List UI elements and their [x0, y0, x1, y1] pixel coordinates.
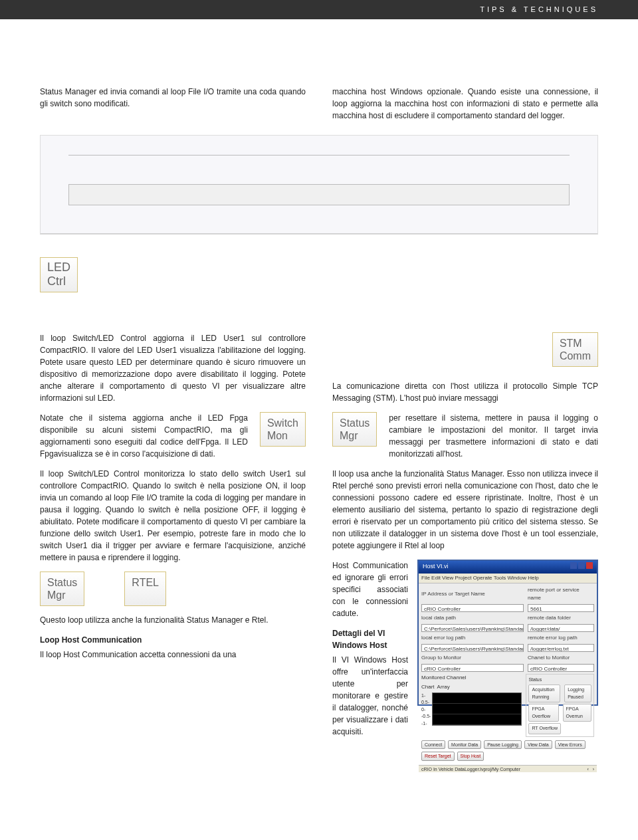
reset-target-button[interactable]: Reset Target — [421, 752, 455, 761]
paragraph-host-comm-errors: Host Communication ed ignorare gli error… — [332, 560, 408, 619]
ip-label: IP Address or Target Name — [421, 590, 524, 598]
stop-host-button[interactable]: Stop Host — [457, 752, 484, 761]
status-acq: Acquisition Running — [528, 684, 560, 702]
group-field[interactable]: cRIO Controller — [421, 664, 524, 672]
window-titlebar: Host VI.vi — [419, 561, 597, 574]
window-menubar[interactable]: File Edit View Project Operate Tools Win… — [419, 574, 597, 583]
led-ctrl-tag: LED Ctrl — [40, 257, 78, 292]
heading-loop-host: Loop Host Communication — [40, 634, 306, 646]
paragraph-status-rtel: Questo loop utilizza anche la funzionali… — [40, 614, 306, 626]
y-tick: 0.5- — [421, 699, 431, 706]
paragraph-intro-left: Status Manager ed invia comandi al loop … — [40, 86, 306, 110]
status-fpga-overrun: FPGA Overrun — [563, 704, 591, 722]
window-title: Host VI.vi — [423, 562, 449, 572]
paragraph-fpga-led: Notate che il sistema aggiorna anche il … — [40, 412, 248, 460]
local-err-label: local error log path — [421, 634, 524, 642]
y-tick: 1- — [421, 692, 431, 700]
pause-logging-button[interactable]: Pause Logging — [484, 740, 522, 750]
local-err-field[interactable]: C:\Perforce\Sales\users\Ryanking\Standar… — [421, 644, 524, 652]
status-mgr-tag-right: Status Mgr — [332, 412, 377, 447]
chanel-label: Chanel to Monitor — [528, 654, 594, 662]
monitored-label: Monitored Channel — [421, 674, 522, 682]
port-label: remote port or service name — [528, 586, 594, 602]
array-tab[interactable]: Array — [437, 683, 450, 691]
chart-tab[interactable]: Chart — [421, 683, 435, 691]
remote-data-label: remote data folder — [528, 614, 594, 622]
paragraph-led-control: Il loop Switch/LED Control aggiorna il L… — [40, 332, 306, 404]
stm-comm-tag: STM Comm — [552, 332, 598, 367]
heading-dettagli-vi: Dettagli del VI Windows Host — [332, 627, 408, 651]
status-fpga-overflow: FPGA Overflow — [528, 704, 558, 722]
window-taskbar: cRIO In Vehicle DataLogger.lvproj/My Com… — [419, 765, 597, 772]
chanel-field[interactable]: cRIO Controller — [528, 664, 594, 672]
status-log: Logging Paused — [564, 684, 591, 702]
connect-button[interactable]: Connect — [421, 740, 445, 750]
remote-err-label: remote error log path — [528, 634, 594, 642]
group-label: Group to Monitor — [421, 654, 524, 662]
view-data-button[interactable]: View Data — [524, 740, 552, 750]
y-tick: -1- — [421, 720, 431, 728]
chart-display — [432, 692, 522, 726]
switch-mon-tag: Switch Mon — [260, 412, 306, 447]
paragraph-switch-monitor: Il loop Switch/LED Control monitorizza l… — [40, 468, 306, 564]
local-data-field[interactable]: C:\Perforce\Sales\users\Ryanking\Standar… — [421, 624, 524, 632]
monitor-data-button[interactable]: Monitor Data — [448, 740, 481, 750]
remote-data-field[interactable]: /logger/data/ — [528, 624, 594, 632]
local-data-label: local data path — [421, 614, 524, 622]
view-errors-button[interactable]: View Errors — [555, 740, 585, 750]
rtel-tag: RTEL — [124, 572, 166, 606]
block-diagram-figure — [40, 135, 598, 235]
category-header: TIPS & TECHNIQUES — [0, 0, 638, 19]
status-rt-overflow: RT Overflow — [528, 723, 561, 734]
port-field[interactable]: 5661 — [528, 604, 594, 612]
status-label: Status — [528, 677, 591, 684]
paragraph-loop-host: Il loop Host Communication accetta conne… — [40, 649, 306, 661]
paragraph-stm-intro: La comunicazione diretta con l'host util… — [332, 380, 598, 404]
window-controls[interactable] — [569, 562, 593, 572]
y-tick: 0- — [421, 706, 431, 714]
ip-field[interactable]: cRIO Controller — [421, 604, 524, 612]
paragraph-windows-host: Il VI Windows Host offre un'interfaccia … — [332, 654, 408, 738]
taskbar-path: cRIO In Vehicle DataLogger.lvproj/My Com… — [421, 766, 520, 772]
paragraph-stm-reset: per resettare il sistema, mettere in pau… — [389, 412, 598, 460]
host-vi-window: Host VI.vi File Edit View Project Operat… — [417, 560, 598, 706]
paragraph-status-manager: Il loop usa anche la funzionalità Status… — [332, 468, 598, 552]
status-mgr-tag-left: Status Mgr — [40, 572, 84, 606]
y-tick: -0.5- — [421, 713, 431, 720]
paragraph-intro-right: macchina host Windows opzionale. Quando … — [332, 86, 598, 122]
remote-err-field[interactable]: /logger/errlog.txt — [528, 644, 594, 652]
